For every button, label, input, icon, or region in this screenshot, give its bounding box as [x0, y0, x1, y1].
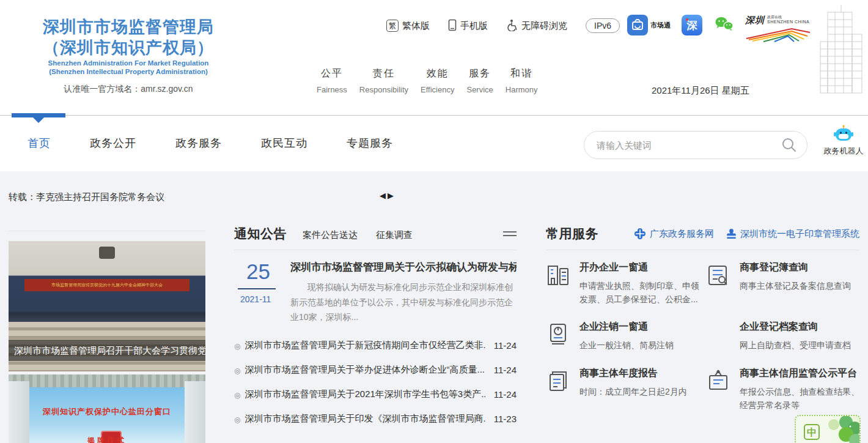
nav-item-gov-services[interactable]: 政务服务	[175, 136, 222, 151]
services-title: 常用服务	[546, 225, 598, 242]
value-efficiency: 效能 Efficiency	[421, 67, 454, 94]
building-sketch-image	[806, 4, 867, 95]
site-logo[interactable]: 深圳市市场监督管理局 （深圳市知识产权局） Shenzhen Administr…	[18, 17, 238, 95]
wheelchair-icon	[506, 19, 518, 33]
service-annual-report[interactable]: 商事主体年度报告 时间：成立周年之日起2月内	[546, 367, 700, 412]
current-date: 2021年11月26日 星期五	[652, 85, 749, 97]
nav-active-arrow-icon	[33, 117, 44, 123]
projector-shape	[99, 247, 115, 259]
photo-carousel: 市场监督管理局宣传贯彻党的十九届六中全会精神干部大会 深圳市市场监督管理局召开干…	[9, 231, 205, 443]
public-board-icon	[706, 367, 730, 412]
search-input[interactable]	[597, 140, 781, 151]
accessibility-link[interactable]: 无障碍浏览	[506, 19, 567, 33]
notice-list-item[interactable]: 深圳市市场监督管理局关于2021年深圳市学生书包等3类产... 11-24	[234, 382, 517, 407]
ceiling-shape	[9, 374, 205, 387]
civilization-widget[interactable]: 中	[795, 415, 861, 443]
nav-item-interaction[interactable]: 政民互动	[261, 136, 307, 151]
site-header: 深圳市市场监督管理局 （深圳市知识产权局） Shenzhen Administr…	[0, 0, 868, 115]
notice-list: 深圳市市场监督管理局关于新冠疫情期间全市仅经营乙类非... 11-24 深圳市市…	[234, 333, 517, 431]
utility-links: 繁 繁体版 手机版 无障碍浏览 IPv6	[386, 18, 620, 33]
featured-month: 2021-11	[238, 294, 284, 304]
nav-item-special-services[interactable]: 专题服务	[347, 136, 393, 151]
power-device-icon	[546, 321, 570, 352]
notice-list-item[interactable]: 深圳市市场监督管理局关于新冠疫情期间全市仅经营乙类非... 11-24	[234, 333, 517, 358]
shenzhen-gov-logo[interactable]: 深圳 政府在线 SHENZHEN CHINA	[745, 15, 814, 45]
notice-list-item[interactable]: 深圳市市场监督管理局关于举办促进体外诊断企业“高质量... 11-24	[234, 358, 517, 382]
featured-title: 深圳市市场监督管理局关于公示拟确认为研发与标...	[290, 260, 517, 274]
main-content: 转载：李克强主持召开国务院常务会议 市场监督管理局宣传贯彻党的十九届六中全会精神…	[0, 171, 868, 443]
site-title-cn: 深圳市市场监督管理局	[18, 17, 238, 38]
service-registry-search[interactable]: 商事登记簿查询 商事主体登记及备案信息查询	[706, 261, 859, 306]
value-service: 服务 Service	[466, 67, 493, 94]
sz-logo-rainbow-icon	[745, 26, 811, 42]
bullet-icon	[234, 414, 245, 425]
report-documents-icon	[546, 367, 570, 412]
services-header: 常用服务 广东政务服务网	[546, 225, 859, 250]
featured-day: 25	[238, 260, 284, 284]
document-search-icon	[706, 261, 730, 306]
building-document-icon	[546, 261, 570, 306]
sz-logo-sub: 政府在线	[767, 15, 809, 20]
service-credit-platform[interactable]: 商事主体信用监管公示平台 年报公示信息、抽查检查结果、经营异常名录等	[706, 367, 859, 412]
eseal-system-link[interactable]: 深圳市统一电子印章管理系统	[726, 228, 859, 240]
zhong-badge: 中	[804, 424, 820, 440]
nav-item-home[interactable]: 首页	[28, 136, 51, 151]
ipv6-badge[interactable]: IPv6	[586, 18, 620, 33]
news-ticker-link[interactable]: 转载：李克强主持召开国务院常务会议	[9, 192, 164, 203]
service-deregistration[interactable]: 企业注销一窗通 企业一般注销、简易注销	[546, 321, 700, 352]
empty-icon-slot	[706, 321, 730, 352]
market-app-label: 市场通	[650, 21, 671, 30]
featured-summary: 现将拟确认为研发与标准化同步示范企业和深圳标准创新示范基地的单位予以公示，其中研…	[290, 280, 517, 325]
ticker-controls	[380, 190, 394, 201]
official-domain-note: 认准唯一官方域名：amr.sz.gov.cn	[18, 84, 238, 95]
site-title-en: Shenzhen Administration For Market Regul…	[18, 59, 238, 68]
site-title-cn2: （深圳市知识产权局）	[18, 38, 238, 59]
traditional-badge-icon: 繁	[386, 20, 399, 32]
nav-item-gov-info[interactable]: 政务公开	[90, 136, 136, 151]
services-section: 常用服务 广东政务服务网	[546, 225, 859, 412]
service-archive-search[interactable]: 企业登记档案查询 网上自助查档、受理申请查档	[706, 321, 859, 352]
market-app-icon	[627, 15, 648, 35]
robot-icon	[833, 125, 855, 142]
notices-header: 通知公告 案件公告送达 征集调查	[234, 225, 517, 250]
notices-tabs: 案件公告送达 征集调查	[303, 229, 413, 241]
wechat-icon[interactable]	[713, 15, 734, 35]
bullet-icon	[234, 389, 245, 400]
ticker-next-icon[interactable]	[388, 190, 394, 201]
mobile-version-link[interactable]: 手机版	[448, 19, 488, 33]
gov-robot-label: 政务机器人	[820, 146, 867, 157]
services-grid: 开办企业一窗通 申请营业执照、刻制印章、申领发票、员工参保登记、公积金... 商…	[546, 261, 859, 412]
featured-notice[interactable]: 25 2021-11 深圳市市场监督管理局关于公示拟确认为研发与标... 现将拟…	[234, 260, 517, 325]
carousel-slide-meeting[interactable]: 市场监督管理局宣传贯彻党的十九届六中全会精神干部大会 深圳市市场监督管理局召开干…	[9, 241, 205, 371]
nav-divider	[0, 115, 868, 116]
flower-icon	[634, 228, 646, 240]
carousel-slide-ceremony[interactable]: 深圳知识产权保护中心盐田分窗口 揭牌仪式	[9, 374, 205, 443]
service-open-business[interactable]: 开办企业一窗通 申请营业执照、刻制印章、申领发票、员工参保登记、公积金...	[546, 261, 700, 306]
value-fairness: 公平 Fairness	[317, 67, 347, 94]
tab-surveys[interactable]: 征集调查	[376, 229, 413, 241]
traditional-chinese-link[interactable]: 繁 繁体版	[386, 20, 430, 32]
notices-section: 通知公告 案件公告送达 征集调查 25 2021-11 深圳市市场监督管理局关于…	[234, 225, 517, 431]
mobile-label: 手机版	[460, 20, 488, 32]
ticker-prev-icon[interactable]	[380, 190, 386, 201]
ceremony-banner-line1: 深圳知识产权保护中心盐田分窗口	[9, 406, 205, 417]
search-icon[interactable]	[781, 137, 797, 153]
meeting-banner-text: 市场监督管理局宣传贯彻党的十九届六中全会精神干部大会	[24, 279, 189, 291]
sz-logo-cn: 深圳	[745, 15, 765, 26]
mobile-phone-icon	[448, 19, 457, 33]
slide-caption: 深圳市市场监督管理局召开干部大会学习贯彻党的十...	[9, 340, 205, 361]
value-responsibility: 责任 Responsibility	[359, 67, 408, 94]
core-values: 公平 Fairness 责任 Responsibility 效能 Efficie…	[317, 67, 538, 94]
services-links: 广东政务服务网 深圳市统一电子印章管理系统	[634, 228, 859, 240]
traditional-label: 繁体版	[402, 20, 430, 32]
i-shenzhen-app-icon[interactable]: 深	[682, 15, 702, 35]
gov-robot-button[interactable]: 政务机器人	[820, 125, 867, 157]
guangdong-portal-link[interactable]: 广东政务服务网	[634, 228, 714, 240]
tab-case-announcements[interactable]: 案件公告送达	[303, 229, 358, 241]
featured-date-rule	[238, 288, 276, 289]
market-app-link[interactable]: 市场通	[627, 15, 671, 35]
apps-row: 市场通 深 深圳 政府在线 SHENZHEN CHINA	[627, 15, 814, 45]
notices-more-icon[interactable]	[503, 229, 517, 239]
page: 深圳市市场监督管理局 （深圳市知识产权局） Shenzhen Administr…	[0, 0, 868, 443]
notice-list-item[interactable]: 深圳市市场监督管理局关于印发《深圳市市场监督管理局商... 11-23	[234, 407, 517, 431]
